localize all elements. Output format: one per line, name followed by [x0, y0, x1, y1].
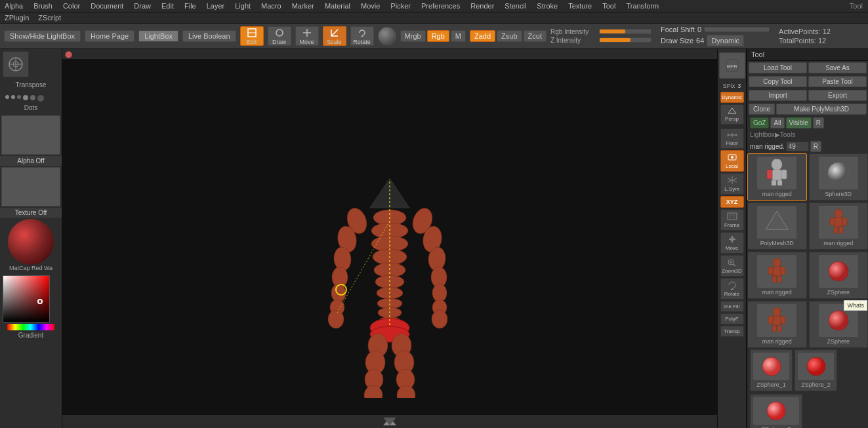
active-points-value: 12	[823, 28, 831, 35]
color-picker-section: Gradient	[3, 275, 59, 339]
tool-item-zsphere-2[interactable]: ZSphere Whats	[809, 301, 869, 348]
paste-tool-button[interactable]: Paste Tool	[808, 76, 867, 87]
z-intensity-slider[interactable]	[599, 37, 651, 43]
menu-zscript[interactable]: ZScript	[36, 13, 63, 22]
svg-rect-97	[777, 325, 781, 332]
goz-button[interactable]: GoZ	[750, 117, 769, 128]
zcut-button[interactable]: Zcut	[524, 30, 547, 42]
matcap-sphere[interactable]	[8, 219, 54, 265]
xyz-button[interactable]: XYZ	[720, 196, 744, 208]
ine-fill-button[interactable]: Ine Fill	[720, 301, 744, 312]
man-rigged-input[interactable]	[786, 142, 809, 151]
scale-button[interactable]: Scale	[323, 26, 346, 46]
menu-transform[interactable]: Transform	[624, 1, 661, 10]
canvas-marker: ⬤	[65, 50, 72, 58]
tool-item-polymesh3d[interactable]: PolyMesh3D	[747, 203, 807, 250]
canvas-viewport[interactable]	[62, 59, 717, 415]
transpose-icon[interactable]	[3, 51, 29, 77]
menu-document[interactable]: Document	[89, 1, 125, 10]
hue-slider[interactable]	[7, 324, 54, 330]
focal-shift-slider[interactable]	[704, 27, 770, 32]
lightbox-button[interactable]: LightBox	[138, 30, 178, 42]
move-rt-button[interactable]: Move	[720, 232, 744, 254]
r-button[interactable]: R	[813, 117, 824, 128]
lightbox-tools-label[interactable]: Lightbox▶Tools	[747, 130, 868, 140]
live-boolean-button[interactable]: Live Boolean	[182, 30, 236, 42]
persp-button[interactable]: Persp	[720, 104, 744, 125]
rotate-button[interactable]: Rotate	[350, 26, 374, 46]
visible-button[interactable]: Visible	[786, 117, 812, 128]
tool-item-man-rigged-2[interactable]: man rigged	[809, 203, 869, 250]
export-button[interactable]: Export	[808, 90, 867, 101]
main-content: Transpose Dots Alpha Off Texture Off	[0, 49, 868, 428]
menu-movie[interactable]: Movie	[359, 1, 382, 10]
zadd-button[interactable]: Zadd	[470, 30, 495, 42]
frame-button[interactable]: Frame	[720, 209, 744, 231]
tool-item-man-rigged-1[interactable]: man rigged	[747, 153, 807, 201]
zoom3d-button[interactable]: Zoom3D	[720, 255, 744, 277]
tool-item-zsphere3[interactable]: ZSphere_3	[750, 394, 802, 428]
menu-light[interactable]: Light	[233, 1, 253, 10]
svg-rect-63	[730, 215, 735, 218]
rotate-rt-button[interactable]: Rotate	[720, 278, 744, 300]
import-button[interactable]: Import	[749, 90, 807, 101]
alpha-section[interactable]	[1, 115, 60, 155]
menu-alpha[interactable]: Alpha	[3, 1, 25, 10]
menu-texture[interactable]: Texture	[566, 1, 594, 10]
menu-layer[interactable]: Layer	[205, 1, 227, 10]
show-hide-lightbox-button[interactable]: Show/Hide LightBox	[4, 30, 81, 42]
svg-rect-70	[767, 170, 772, 179]
menu-stencil[interactable]: Stencil	[503, 1, 528, 10]
home-page-button[interactable]: Home Page	[85, 30, 134, 42]
make-polymesh-button[interactable]: Make PolyMesh3D	[776, 104, 867, 115]
draw-button[interactable]: Draw	[268, 26, 291, 46]
menu-macro[interactable]: Macro	[259, 1, 283, 10]
save-as-button[interactable]: Save As	[808, 62, 867, 73]
clone-button[interactable]: Clone	[749, 104, 775, 115]
zsub-button[interactable]: Zsub	[497, 30, 522, 42]
tool-item-zsphere2[interactable]: ZSphere_2	[795, 349, 837, 391]
bpr-button[interactable]: BPR	[719, 52, 745, 79]
menu-tool[interactable]: Tool	[600, 1, 617, 10]
mrgb-button[interactable]: Mrgb	[400, 30, 426, 42]
menu-stroke[interactable]: Stroke	[535, 1, 560, 10]
sub-menu-bar: ZPlugin ZScript	[0, 12, 868, 24]
svg-point-92	[773, 307, 781, 317]
local-button[interactable]: Local	[720, 150, 744, 172]
r2-button[interactable]: R	[810, 141, 821, 152]
color-picker[interactable]	[3, 275, 50, 322]
menu-picker[interactable]: Picker	[388, 1, 413, 10]
menu-marker[interactable]: Marker	[290, 1, 316, 10]
tool-item-sphere3d[interactable]: Sphere3D	[809, 153, 869, 201]
all-button[interactable]: All	[770, 117, 784, 128]
polyf-button[interactable]: PolyF	[720, 313, 744, 324]
lsym-button[interactable]: L.Sym	[720, 173, 744, 195]
dynamic-rt-button[interactable]: Dynamic	[720, 92, 744, 103]
texture-section[interactable]	[1, 167, 60, 206]
dynamic-button[interactable]: Dynamic	[707, 35, 744, 47]
menu-draw[interactable]: Draw	[132, 1, 153, 10]
transp-button[interactable]: Transp	[720, 326, 744, 337]
menu-brush[interactable]: Brush	[31, 1, 54, 10]
menu-zplugin[interactable]: ZPlugin	[3, 13, 31, 22]
copy-tool-button[interactable]: Copy Tool	[749, 76, 807, 87]
tool-item-zsphere-1[interactable]: ZSphere	[809, 252, 869, 299]
menu-file[interactable]: File	[182, 1, 198, 10]
move-button[interactable]: Move	[295, 26, 319, 46]
menu-color[interactable]: Color	[61, 1, 82, 10]
m-button[interactable]: M	[451, 30, 466, 42]
edit-button[interactable]: Edit	[240, 26, 264, 46]
rgb-intensity-slider[interactable]	[599, 29, 651, 34]
tool-item-man-rigged-4[interactable]: man rigged	[747, 301, 807, 348]
menu-preferences[interactable]: Preferences	[419, 1, 462, 10]
brush-sphere-icon[interactable]	[378, 27, 396, 45]
load-tool-button[interactable]: Load Tool	[749, 62, 807, 73]
menu-material[interactable]: Material	[323, 1, 352, 10]
transpose-label: Transpose	[0, 80, 62, 90]
floor-button[interactable]: Floor	[720, 128, 744, 149]
menu-edit[interactable]: Edit	[159, 1, 176, 10]
tool-item-man-rigged-3[interactable]: man rigged	[747, 252, 807, 299]
rgb-button[interactable]: Rgb	[427, 30, 449, 42]
tool-item-zsphere1[interactable]: ZSphere_1	[750, 349, 793, 391]
menu-render[interactable]: Render	[468, 1, 496, 10]
